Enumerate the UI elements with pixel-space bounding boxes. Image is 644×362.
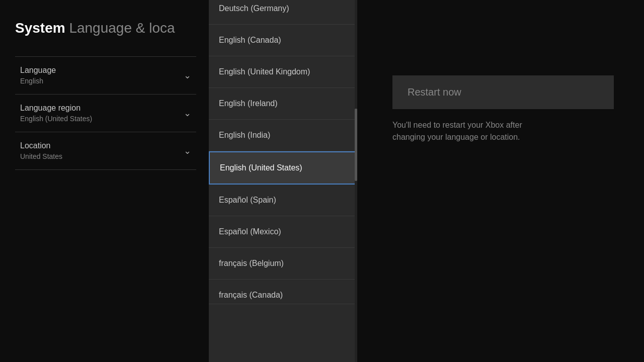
nav-item-language-label: Language — [20, 66, 56, 75]
restart-info-text: You'll need to restart your Xbox after c… — [392, 119, 553, 143]
chevron-down-icon: ⌄ — [184, 145, 191, 156]
right-panel: Restart now You'll need to restart your … — [362, 0, 644, 362]
dropdown-item-english-india[interactable]: English (India) — [209, 120, 357, 151]
sidebar-item-language[interactable]: Language English ⌄ — [15, 56, 196, 95]
nav-item-language-content: Language English — [20, 66, 56, 85]
settings-panel: System Language & loca Language English … — [0, 0, 211, 362]
dropdown-item-english-uk[interactable]: English (United Kingdom) — [209, 56, 357, 88]
nav-item-language-value: English — [20, 77, 56, 85]
dropdown-item-francais-canada[interactable]: français (Canada) — [209, 280, 357, 304]
nav-item-region-content: Language region English (United States) — [20, 104, 92, 123]
chevron-down-icon: ⌄ — [184, 70, 191, 81]
dropdown-item-english-us[interactable]: English (United States) — [209, 151, 357, 185]
nav-item-region-value: English (United States) — [20, 115, 92, 123]
dropdown-item-deutsch-germany[interactable]: Deutsch (Germany) — [209, 0, 357, 25]
dropdown-item-francais-belgium[interactable]: français (Belgium) — [209, 248, 357, 280]
page-title-rest: Language & loca — [65, 20, 175, 36]
dropdown-list: Deutsch (Germany)English (Canada)English… — [209, 0, 357, 362]
dropdown-item-english-canada[interactable]: English (Canada) — [209, 25, 357, 56]
sidebar-item-language-region[interactable]: Language region English (United States) … — [15, 95, 196, 132]
dropdown-item-espanol-mexico[interactable]: Español (Mexico) — [209, 216, 357, 248]
nav-item-location-label: Location — [20, 141, 62, 150]
chevron-down-icon: ⌄ — [184, 108, 191, 119]
page-title: System Language & loca — [15, 20, 196, 36]
nav-item-location-content: Location United States — [20, 141, 62, 160]
scrollbar-track — [355, 0, 357, 362]
nav-item-region-label: Language region — [20, 104, 92, 113]
dropdown-item-espanol-spain[interactable]: Español (Spain) — [209, 185, 357, 216]
page-title-bold: System — [15, 20, 65, 36]
language-dropdown: Deutsch (Germany)English (Canada)English… — [209, 0, 357, 362]
nav-item-location-value: United States — [20, 152, 62, 160]
restart-now-button[interactable]: Restart now — [392, 75, 614, 109]
dropdown-item-english-ireland[interactable]: English (Ireland) — [209, 88, 357, 120]
settings-nav: Language English ⌄ Language region Engli… — [15, 56, 196, 170]
scrollbar-thumb — [355, 109, 357, 181]
sidebar-item-location[interactable]: Location United States ⌄ — [15, 132, 196, 170]
